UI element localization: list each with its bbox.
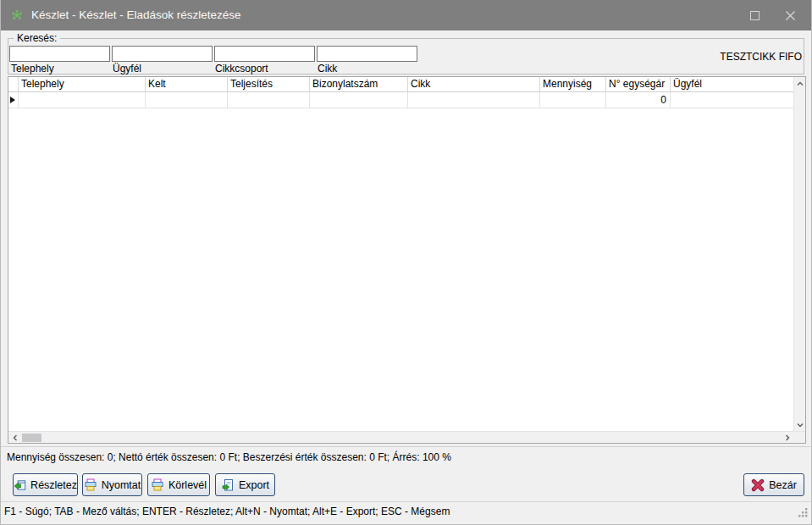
statusbar: F1 - Súgó; TAB - Mező váltás; ENTER - Ré… bbox=[1, 501, 812, 522]
cell-mennyiseg bbox=[540, 92, 606, 108]
bezar-label: Bezár bbox=[769, 479, 797, 491]
vertical-scrollbar[interactable] bbox=[793, 77, 805, 431]
search-input-telephely[interactable] bbox=[9, 46, 110, 62]
search-input-cikk[interactable] bbox=[317, 46, 417, 62]
export-label: Export bbox=[239, 479, 269, 491]
column-header-indicator bbox=[8, 77, 19, 92]
row-indicator-icon bbox=[10, 97, 15, 103]
resize-grip[interactable] bbox=[798, 507, 809, 518]
cell-teljesites bbox=[228, 92, 310, 108]
close-x-icon bbox=[751, 478, 765, 492]
column-header-cikk[interactable]: Cikk bbox=[408, 77, 540, 92]
search-input-ugyfel[interactable] bbox=[112, 46, 213, 62]
maximize-icon bbox=[750, 11, 760, 20]
horizontal-scrollbar[interactable] bbox=[8, 431, 805, 443]
detail-window-icon bbox=[14, 478, 26, 492]
app-window: Készlet - Készlet - Eladások részletezés… bbox=[0, 0, 812, 525]
statusbar-hints: F1 - Súgó; TAB - Mező váltás; ENTER - Ré… bbox=[4, 506, 812, 517]
summary-band: Mennyiség összesen: 0; Nettó érték össze… bbox=[1, 446, 812, 467]
column-header-kelt[interactable]: Kelt bbox=[146, 77, 228, 92]
field-label-cikk: Cikk bbox=[318, 63, 337, 75]
grid-body: Telephely Kelt Teljesítés Bizonylatszám … bbox=[8, 77, 805, 431]
column-header-egysegar[interactable]: N° egységár bbox=[606, 77, 671, 92]
export-button[interactable]: Export bbox=[215, 473, 275, 496]
field-label-cikkcsoport: Cikkcsoport bbox=[215, 63, 268, 75]
chevron-up-icon bbox=[797, 80, 804, 87]
korlevel-button[interactable]: Körlevél bbox=[147, 473, 210, 496]
scroll-up-button[interactable] bbox=[794, 78, 806, 89]
column-header-ugyfel[interactable]: Ügyfél bbox=[671, 77, 793, 92]
table-row[interactable]: 0 bbox=[8, 92, 793, 108]
maximize-button[interactable] bbox=[739, 0, 770, 30]
field-label-ugyfel: Ügyfél bbox=[113, 63, 141, 75]
column-header-teljesites[interactable]: Teljesítés bbox=[228, 77, 310, 92]
chevron-left-icon bbox=[12, 434, 19, 441]
scroll-right-button[interactable] bbox=[782, 432, 793, 443]
korlevel-label: Körlevél bbox=[168, 479, 207, 491]
close-icon bbox=[785, 10, 796, 21]
row-indicator-cell bbox=[8, 92, 19, 108]
chevron-down-icon bbox=[797, 422, 804, 428]
reszletez-button[interactable]: Részletez bbox=[13, 473, 78, 496]
close-button[interactable] bbox=[775, 0, 805, 30]
bezar-button[interactable]: Bezár bbox=[743, 473, 804, 496]
summary-totals: Mennyiség összesen: 0; Nettó érték össze… bbox=[7, 451, 812, 463]
scroll-left-button[interactable] bbox=[9, 432, 21, 443]
cell-telephely bbox=[19, 92, 146, 108]
nyomtat-button[interactable]: Nyomtat bbox=[82, 473, 142, 496]
cell-egysegar: 0 bbox=[606, 92, 671, 108]
app-icon bbox=[10, 8, 24, 22]
cell-cikk bbox=[408, 92, 540, 108]
reszletez-label: Részletez bbox=[30, 479, 77, 491]
column-header-telephely[interactable]: Telephely bbox=[19, 77, 146, 92]
cell-kelt bbox=[146, 92, 228, 108]
printer-icon bbox=[84, 478, 97, 492]
column-header-bizonylatszam[interactable]: Bizonylatszám bbox=[310, 77, 408, 92]
window-title: Készlet - Készlet - Eladások részletezés… bbox=[31, 0, 241, 30]
scroll-down-button[interactable] bbox=[794, 419, 806, 430]
chevron-right-icon bbox=[784, 434, 791, 441]
search-group-label: Keresés: bbox=[14, 32, 60, 44]
column-header-mennyiseg[interactable]: Mennyiség bbox=[540, 77, 606, 92]
export-document-icon bbox=[221, 478, 235, 492]
cell-bizonylatszam bbox=[310, 92, 408, 108]
context-label: TESZTCIKK FIFO bbox=[720, 51, 802, 63]
grid-header-row: Telephely Kelt Teljesítés Bizonylatszám … bbox=[8, 77, 793, 92]
field-label-telephely: Telephely bbox=[11, 63, 54, 75]
grid-columns-area: Telephely Kelt Teljesítés Bizonylatszám … bbox=[8, 77, 793, 431]
cell-ugyfel bbox=[671, 92, 793, 108]
mail-merge-printer-icon bbox=[151, 478, 164, 492]
titlebar[interactable]: Készlet - Készlet - Eladások részletezés… bbox=[1, 0, 812, 30]
search-input-cikkcsoport[interactable] bbox=[214, 46, 315, 62]
nyomtat-label: Nyomtat bbox=[102, 479, 141, 491]
sales-grid: Telephely Kelt Teljesítés Bizonylatszám … bbox=[8, 76, 806, 444]
horizontal-scroll-thumb[interactable] bbox=[22, 434, 41, 442]
